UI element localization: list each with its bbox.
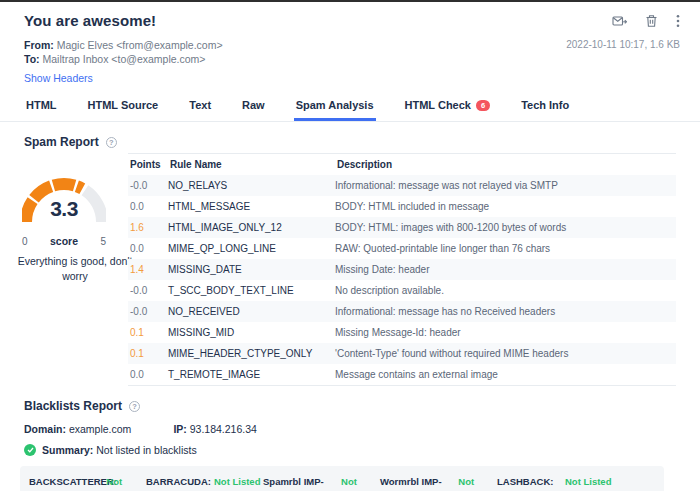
blacklist-name: LASHBACK: — [497, 475, 565, 491]
blacklist-status: Not Listed — [458, 475, 497, 491]
blacklist-name: Spamrbl IMP-SPAM: — [263, 475, 341, 491]
email-subject: You are awesome! — [24, 12, 156, 29]
tab-html-check[interactable]: HTML Check6 — [403, 91, 493, 121]
rule-points: 0.1 — [128, 348, 168, 359]
blacklists-report-section: Blacklists Report ? Domain: example.com … — [24, 399, 676, 491]
blacklist-status: Not Listed — [341, 475, 380, 491]
blacklist-name: BACKSCATTERER: — [29, 475, 106, 491]
blacklist-name: BARRACUDA: — [146, 475, 214, 491]
column-points: Points — [128, 159, 168, 170]
rule-name: MISSING_MID — [168, 327, 335, 338]
tab-label: Tech Info — [521, 99, 569, 111]
tab-html-source[interactable]: HTML Source — [86, 91, 161, 121]
spam-rule-row: 0.0T_REMOTE_IMAGEMessage contains an ext… — [128, 364, 676, 385]
spam-rule-row: -0.0T_SCC_BODY_TEXT_LINENo description a… — [128, 280, 676, 301]
rule-name: MIME_HEADER_CTYPE_ONLY — [168, 348, 335, 359]
blacklist-entry: BARRACUDA:Not Listed — [146, 475, 263, 491]
rule-description: 'Content-Type' found without required MI… — [335, 348, 676, 359]
email-addresses: From: Magic Elves <from@example.com> To:… — [24, 38, 223, 66]
tab-label: Raw — [242, 99, 265, 111]
email-from: From: Magic Elves <from@example.com> — [24, 38, 223, 52]
rule-points: -0.0 — [128, 306, 168, 317]
delete-icon[interactable] — [645, 14, 658, 28]
rule-name: T_SCC_BODY_TEXT_LINE — [168, 285, 335, 296]
blacklist-status: Not Listed — [565, 475, 611, 491]
rule-description: Informational: message has no Received h… — [335, 306, 676, 317]
tab-label: HTML Check — [405, 99, 471, 111]
rule-points: 0.0 — [128, 243, 168, 254]
show-headers-link[interactable]: Show Headers — [24, 72, 93, 84]
spam-rule-row: 0.1MIME_HEADER_CTYPE_ONLY'Content-Type' … — [128, 343, 676, 364]
tab-label: HTML Source — [88, 99, 159, 111]
tab-label: Text — [189, 99, 211, 111]
spam-report-help-icon[interactable]: ? — [106, 137, 117, 148]
rule-description: Missing Message-Id: header — [335, 327, 676, 338]
rule-name: HTML_IMAGE_ONLY_12 — [168, 222, 335, 233]
gauge-score-label: score — [50, 235, 78, 247]
spam-rule-row: 0.0MIME_QP_LONG_LINERAW: Quoted-printabl… — [128, 238, 676, 259]
spam-rule-row: 0.1MISSING_MIDMissing Message-Id: header — [128, 322, 676, 343]
tab-spam-analysis[interactable]: Spam Analysis — [294, 91, 376, 121]
spam-rule-row: 1.4MISSING_DATEMissing Date: header — [128, 259, 676, 280]
blacklist-entry: LASHBACK:Not Listed — [497, 475, 614, 491]
email-date-size: 2022-10-11 10:17, 1.6 KB — [566, 39, 684, 66]
rule-description: Missing Date: header — [335, 264, 676, 275]
blacklists-report-help-icon[interactable]: ? — [129, 401, 140, 412]
spam-score-gauge: 3.3 0 score 5 Everything is good, don't … — [24, 153, 128, 386]
tab-html[interactable]: HTML — [24, 91, 59, 121]
email-view-page: You are awesome! From: Magic Elves <from… — [0, 0, 700, 491]
rule-description: BODY: HTML included in message — [335, 201, 676, 212]
rule-name: T_REMOTE_IMAGE — [168, 369, 335, 380]
email-to: To: Mailtrap Inbox <to@example.com> — [24, 52, 223, 66]
blacklist-ip: IP: 93.184.216.34 — [173, 423, 257, 435]
gauge-max-label: 5 — [100, 236, 106, 247]
forward-email-icon[interactable] — [612, 15, 627, 28]
blacklist-name: Wormrbl IMP-SPAM: — [380, 475, 458, 491]
tab-tech-info[interactable]: Tech Info — [519, 91, 571, 121]
rule-points: -0.0 — [128, 180, 168, 191]
blacklist-entry: Wormrbl IMP-SPAM:Not Listed — [380, 475, 497, 491]
rule-description: Informational: message was not relayed v… — [335, 180, 676, 191]
spam-rule-row: -0.0NO_RELAYSInformational: message was … — [128, 175, 676, 196]
blacklist-entry: Spamrbl IMP-SPAM:Not Listed — [263, 475, 380, 491]
rule-points: 0.0 — [128, 369, 168, 380]
blacklists-report-title: Blacklists Report — [24, 399, 122, 413]
rule-points: 1.4 — [128, 264, 168, 275]
spam-rule-row: -0.0NO_RECEIVEDInformational: message ha… — [128, 301, 676, 322]
check-circle-icon — [24, 444, 36, 456]
blacklist-status: Not Listed — [214, 475, 260, 491]
tab-raw[interactable]: Raw — [240, 91, 267, 121]
blacklist-status: Not Listed — [106, 475, 146, 491]
tab-badge: 6 — [476, 100, 490, 111]
rule-name: MIME_QP_LONG_LINE — [168, 243, 335, 254]
gauge-min-label: 0 — [22, 236, 28, 247]
rule-name: HTML_MESSAGE — [168, 201, 335, 212]
rule-points: 0.0 — [128, 201, 168, 212]
spam-rule-row: 0.0HTML_MESSAGEBODY: HTML included in me… — [128, 196, 676, 217]
spam-rules-table-header: Points Rule Name Description — [128, 154, 676, 175]
rule-name: MISSING_DATE — [168, 264, 335, 275]
spam-score-value: 3.3 — [22, 197, 106, 221]
tab-label: Spam Analysis — [296, 99, 374, 111]
spam-report-section: Spam Report ? 3.3 0 score 5 Everything i… — [24, 135, 676, 386]
rule-name: NO_RECEIVED — [168, 306, 335, 317]
spam-score-message: Everything is good, don't worry — [16, 254, 134, 283]
spam-rules-table: Points Rule Name Description -0.0NO_RELA… — [128, 153, 676, 386]
rule-description: BODY: HTML: images with 800-1200 bytes o… — [335, 222, 676, 233]
column-description: Description — [335, 159, 676, 170]
spam-rule-row: 1.6HTML_IMAGE_ONLY_12BODY: HTML: images … — [128, 217, 676, 238]
rule-points: 0.1 — [128, 327, 168, 338]
blacklist-summary: Summary: Not listed in blacklists — [24, 444, 676, 456]
spam-report-title: Spam Report — [24, 135, 99, 149]
email-actions — [612, 12, 684, 28]
blacklist-domain: Domain: example.com — [24, 423, 131, 435]
blacklist-entry: BACKSCATTERER:Not Listed — [29, 475, 146, 491]
tab-text[interactable]: Text — [187, 91, 213, 121]
rule-description: Message contains an external image — [335, 369, 676, 380]
blacklists-panel: BACKSCATTERER:Not ListedBARRACUDA:Not Li… — [20, 466, 664, 491]
rule-points: 1.6 — [128, 222, 168, 233]
more-actions-icon[interactable] — [676, 14, 680, 28]
rule-points: -0.0 — [128, 285, 168, 296]
column-rule-name: Rule Name — [168, 159, 335, 170]
email-header: You are awesome! From: Magic Elves <from… — [0, 2, 700, 86]
